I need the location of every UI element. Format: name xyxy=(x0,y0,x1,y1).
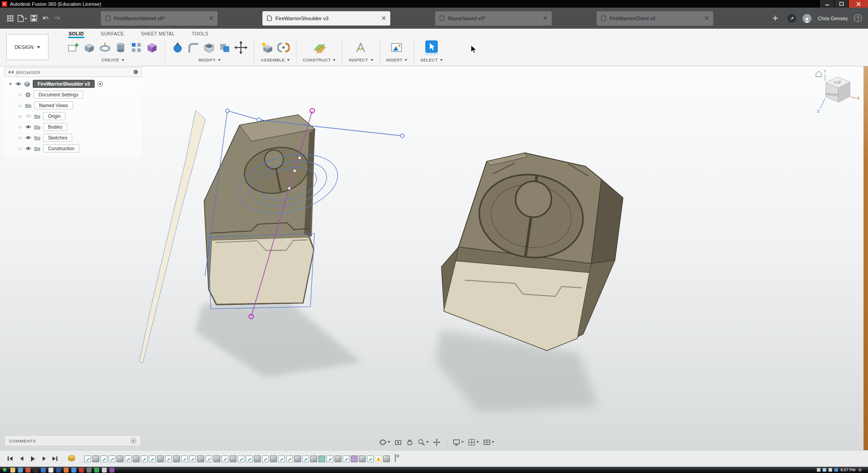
browser-options-icon[interactable] xyxy=(133,69,138,75)
timeline-item-box[interactable] xyxy=(254,456,261,462)
timeline-item-box[interactable] xyxy=(133,456,140,462)
timeline-item-sketch[interactable] xyxy=(84,456,91,462)
tab-close-icon[interactable] xyxy=(209,16,213,20)
timeline-item-teal[interactable] xyxy=(318,456,325,462)
expand-triangle-icon[interactable]: ▷ xyxy=(18,147,22,151)
browser-item-document-settings[interactable]: ▷ Document Settings xyxy=(4,89,142,100)
timeline-item-box[interactable] xyxy=(117,456,123,462)
grid-snap-icon[interactable] xyxy=(468,438,479,446)
tab-close-icon[interactable] xyxy=(543,16,547,20)
extensions-icon[interactable] xyxy=(787,14,796,23)
taskbar-app-icon[interactable] xyxy=(64,468,69,473)
tab-tools[interactable]: TOOLS xyxy=(192,30,209,38)
taskbar-app-icon[interactable] xyxy=(109,468,114,473)
timeline-item-box[interactable] xyxy=(294,456,301,462)
timeline-item-box[interactable] xyxy=(214,456,220,462)
taskbar-app-icon[interactable] xyxy=(41,468,46,473)
timeline-item-purple[interactable] xyxy=(351,456,358,462)
select-icon[interactable] xyxy=(425,40,438,53)
expand-triangle-icon[interactable]: ▼ xyxy=(8,82,13,86)
browser-item-construction[interactable]: ▷ Construction xyxy=(4,143,142,154)
timeline-item-sketch[interactable] xyxy=(302,456,309,462)
timeline-step-forward-button[interactable] xyxy=(39,454,48,464)
tab-close-icon[interactable] xyxy=(705,16,709,20)
tray-icon[interactable] xyxy=(817,468,820,472)
timeline-item-sketch[interactable] xyxy=(343,456,349,462)
user-avatar[interactable] xyxy=(803,14,811,23)
expand-triangle-icon[interactable]: ▷ xyxy=(18,93,22,97)
show-desktop-gear-icon[interactable] xyxy=(858,468,862,472)
timeline-item-sketch[interactable] xyxy=(246,456,253,462)
timeline-item-box[interactable] xyxy=(197,456,204,462)
timeline-item-sketch[interactable] xyxy=(286,456,293,462)
activate-radio-icon[interactable] xyxy=(97,81,103,87)
tray-icon[interactable] xyxy=(829,468,832,472)
timeline-item-sketch[interactable] xyxy=(149,456,156,462)
taskbar-app-icon[interactable] xyxy=(102,468,107,473)
timeline-item-sketch[interactable] xyxy=(222,456,228,462)
expand-triangle-icon[interactable]: ▷ xyxy=(18,125,22,129)
taskbar-app-icon[interactable] xyxy=(26,468,31,473)
save-icon[interactable] xyxy=(28,13,39,24)
home-icon[interactable] xyxy=(816,71,821,77)
expand-triangle-icon[interactable]: ▷ xyxy=(18,114,22,118)
timeline-item-box[interactable] xyxy=(92,456,99,462)
timeline-item-box[interactable] xyxy=(310,456,317,462)
close-button[interactable] xyxy=(848,0,868,8)
timeline-play-button[interactable] xyxy=(28,454,37,464)
tab-surface[interactable]: SURFACE xyxy=(100,30,125,38)
tab-sheet-metal[interactable]: SHEET METAL xyxy=(140,30,175,38)
browser-item-sketches[interactable]: ▷ Sketches xyxy=(4,132,142,143)
timeline-item-sketch[interactable] xyxy=(327,456,333,462)
pattern-icon[interactable] xyxy=(130,41,143,54)
sketch-surface-sliver[interactable] xyxy=(140,110,205,363)
display-settings-icon[interactable] xyxy=(453,438,464,446)
browser-header[interactable]: BROWSER xyxy=(4,67,142,77)
timeline-item-box[interactable] xyxy=(157,456,164,462)
timeline-item-box[interactable] xyxy=(335,456,341,462)
timeline-item-sketch[interactable] xyxy=(100,456,107,462)
expand-triangle-icon[interactable]: ▷ xyxy=(18,136,22,140)
tray-icon[interactable] xyxy=(823,468,826,472)
new-tab-icon[interactable] xyxy=(769,13,781,24)
taskbar-app-icon[interactable] xyxy=(48,468,53,473)
sweep-icon[interactable] xyxy=(114,41,127,54)
combine-icon[interactable] xyxy=(218,41,231,54)
timeline-item-box[interactable] xyxy=(270,456,277,462)
timeline-item-box[interactable] xyxy=(173,456,180,462)
timeline-item-warning[interactable] xyxy=(375,456,382,462)
timeline-end-marker[interactable] xyxy=(394,454,400,464)
right-shoulder-model[interactable] xyxy=(441,153,623,351)
browser-root-row[interactable]: ▼ FireWarriorShoulder v3 xyxy=(4,78,142,89)
shell-icon[interactable] xyxy=(203,41,215,54)
comments-bar[interactable]: COMMENTS xyxy=(4,435,141,446)
taskbar-app-icon[interactable] xyxy=(56,468,61,473)
move-icon[interactable] xyxy=(234,41,248,54)
revolve-icon[interactable] xyxy=(99,41,111,54)
visibility-eye-icon[interactable] xyxy=(25,135,31,140)
timeline-item-sketch[interactable] xyxy=(238,456,244,462)
timeline-item-sketch[interactable] xyxy=(262,456,269,462)
zoom-icon[interactable] xyxy=(418,438,429,446)
new-component-icon[interactable] xyxy=(261,41,274,54)
browser-item-origin[interactable]: ▷ Origin xyxy=(4,111,142,122)
timeline-item-sketch[interactable] xyxy=(367,456,374,462)
fillet-icon[interactable] xyxy=(187,41,200,54)
tab-close-icon[interactable] xyxy=(382,16,386,20)
tab-razorsword[interactable]: RazorSword v3* xyxy=(435,11,552,26)
user-name[interactable]: Chris Gensey xyxy=(818,16,848,21)
visibility-eye-icon[interactable] xyxy=(25,146,31,151)
timeline-item-sketch[interactable] xyxy=(205,456,212,462)
undo-icon[interactable] xyxy=(39,13,51,24)
timeline-go-to-start-button[interactable] xyxy=(5,454,15,464)
view-cube[interactable]: TOP FRONT Y X Z xyxy=(814,67,861,122)
pan-icon[interactable] xyxy=(406,438,414,446)
root-component-label[interactable]: FireWarriorShoulder v3 xyxy=(33,80,95,88)
construction-plane-icon[interactable] xyxy=(313,41,326,54)
redo-icon[interactable] xyxy=(51,13,63,24)
browser-item-bodies[interactable]: ▷ Bodies xyxy=(4,122,142,132)
create-sketch-icon[interactable] xyxy=(67,41,80,54)
tab-solid[interactable]: SOLID xyxy=(68,30,84,38)
clock[interactable]: 8:57 PM xyxy=(840,468,855,472)
joint-icon[interactable] xyxy=(277,41,290,54)
